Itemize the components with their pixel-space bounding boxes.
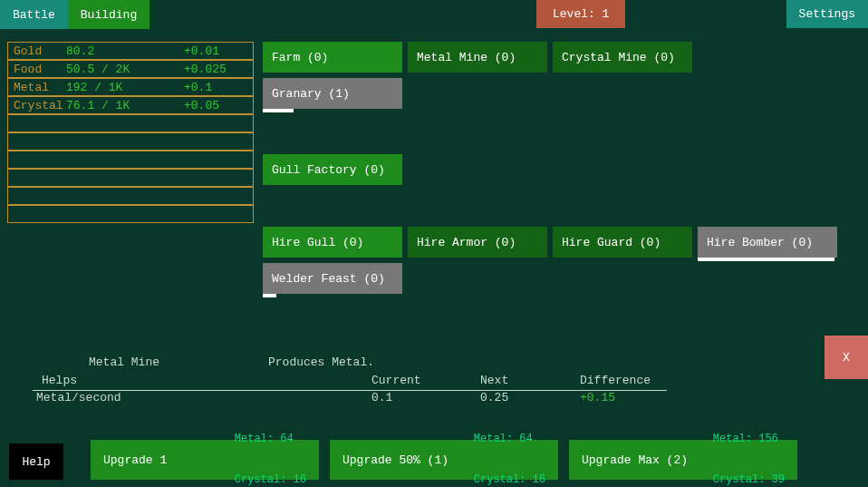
build-row: Gull Factory (0): [263, 154, 837, 185]
build-label: Hire Gull (0): [272, 236, 363, 249]
detail-stat-name: Metal/second: [33, 391, 371, 404]
build-label: Granary (1): [272, 87, 350, 101]
build-welder-feast[interactable]: Welder Feast (0): [263, 263, 402, 294]
build-label: Crystal Mine (0): [562, 51, 675, 64]
detail-header-row: Helps Current Next Difference: [33, 374, 667, 387]
detail-header-next: Next: [480, 374, 580, 387]
close-button[interactable]: X: [825, 336, 868, 379]
resource-name: Food: [14, 63, 66, 76]
upgrade-label: Upgrade 1: [103, 453, 235, 467]
level-badge: Level: 1: [536, 0, 625, 28]
resource-value: 80.2: [66, 44, 184, 58]
resource-name: Gold: [14, 44, 66, 58]
hire-gull[interactable]: Hire Gull (0): [263, 227, 402, 258]
build-row: Hire Gull (0) Hire Armor (0) Hire Guard …: [263, 227, 837, 258]
build-granary[interactable]: Granary (1): [263, 78, 402, 109]
resource-panel: Gold 80.2 +0.01 Food 50.5 / 2K +0.025 Me…: [7, 42, 254, 223]
upgrade-label: Upgrade 50% (1): [342, 453, 474, 467]
build-row: Granary (1): [263, 78, 837, 109]
detail-stat-diff: +0.15: [580, 391, 615, 404]
resource-value: 76.1 / 1K: [66, 99, 184, 112]
cost-metal: Metal: 64: [474, 433, 545, 446]
resource-row-metal: Metal 192 / 1K +0.1: [7, 78, 254, 96]
build-metal-mine[interactable]: Metal Mine (0): [408, 42, 547, 73]
resource-row-empty: [7, 114, 254, 132]
build-label: Metal Mine (0): [417, 51, 516, 64]
resource-row-empty: [7, 187, 254, 205]
resource-value: 192 / 1K: [66, 81, 184, 94]
upgrade-cost: Metal: 64 Crystal: 16: [235, 405, 306, 487]
upgrade-max-button[interactable]: Upgrade Max (2) Metal: 156 Crystal: 39: [569, 440, 797, 480]
resource-rate: +0.1: [184, 81, 212, 94]
build-label: Welder Feast (0): [272, 272, 385, 286]
build-farm[interactable]: Farm (0): [263, 42, 402, 73]
build-row: Welder Feast (0): [263, 263, 837, 294]
hire-bomber[interactable]: Hire Bomber (0): [698, 227, 837, 258]
progress-bar: [698, 258, 834, 261]
resource-rate: +0.01: [184, 44, 219, 58]
progress-bar: [263, 109, 294, 112]
cost-crystal: Crystal: 39: [713, 473, 785, 487]
build-gull-factory[interactable]: Gull Factory (0): [263, 154, 402, 185]
upgrade-50-button[interactable]: Upgrade 50% (1) Metal: 64 Crystal: 16: [330, 440, 558, 480]
tab-building[interactable]: Building: [68, 0, 149, 29]
resource-row-food: Food 50.5 / 2K +0.025: [7, 60, 254, 78]
cost-crystal: Crystal: 16: [235, 473, 306, 487]
detail-header-current: Current: [371, 374, 480, 387]
build-label: Hire Guard (0): [562, 236, 661, 249]
detail-building-name: Metal Mine: [89, 356, 159, 369]
resource-value: 50.5 / 2K: [66, 63, 184, 76]
building-area: Farm (0) Metal Mine (0) Crystal Mine (0)…: [263, 42, 837, 299]
resource-rate: +0.05: [184, 99, 219, 112]
progress-bar: [263, 294, 276, 297]
tab-battle[interactable]: Battle: [0, 0, 68, 29]
detail-stat-next: 0.25: [480, 391, 580, 404]
hire-guard[interactable]: Hire Guard (0): [553, 227, 692, 258]
upgrade-cost: Metal: 64 Crystal: 16: [474, 405, 545, 487]
build-label: Hire Bomber (0): [707, 236, 813, 249]
resource-row-empty: [7, 205, 254, 223]
detail-header-diff: Difference: [580, 374, 651, 387]
cost-metal: Metal: 64: [235, 433, 306, 446]
resource-row-empty: [7, 132, 254, 151]
resource-row-empty: [7, 151, 254, 169]
cost-metal: Metal: 156: [713, 433, 785, 446]
detail-data-row: Metal/second 0.1 0.25 +0.15: [33, 390, 667, 404]
upgrade-label: Upgrade Max (2): [582, 453, 713, 467]
build-label: Hire Armor (0): [417, 236, 516, 249]
upgrade-bar: Upgrade 1 Metal: 64 Crystal: 16 Upgrade …: [91, 440, 797, 480]
hire-armor[interactable]: Hire Armor (0): [408, 227, 547, 258]
detail-description: Produces Metal.: [268, 356, 374, 369]
settings-button[interactable]: Settings: [786, 0, 868, 28]
resource-name: Metal: [14, 81, 66, 94]
build-label: Gull Factory (0): [272, 163, 385, 177]
build-row: Farm (0) Metal Mine (0) Crystal Mine (0): [263, 42, 837, 73]
resource-row-crystal: Crystal 76.1 / 1K +0.05: [7, 96, 254, 114]
build-label: Farm (0): [272, 51, 328, 64]
upgrade-cost: Metal: 156 Crystal: 39: [713, 405, 785, 487]
resource-row-gold: Gold 80.2 +0.01: [7, 42, 254, 60]
resource-rate: +0.025: [184, 63, 227, 76]
detail-stat-current: 0.1: [371, 391, 480, 404]
detail-header-helps: Helps: [33, 374, 371, 387]
resource-row-empty: [7, 169, 254, 187]
resource-name: Crystal: [14, 99, 66, 112]
top-bar: Battle Building Level: 1 Settings: [0, 0, 868, 29]
build-crystal-mine[interactable]: Crystal Mine (0): [553, 42, 692, 73]
cost-crystal: Crystal: 16: [474, 473, 545, 487]
help-button[interactable]: Help: [9, 443, 63, 480]
upgrade-1-button[interactable]: Upgrade 1 Metal: 64 Crystal: 16: [91, 440, 319, 480]
